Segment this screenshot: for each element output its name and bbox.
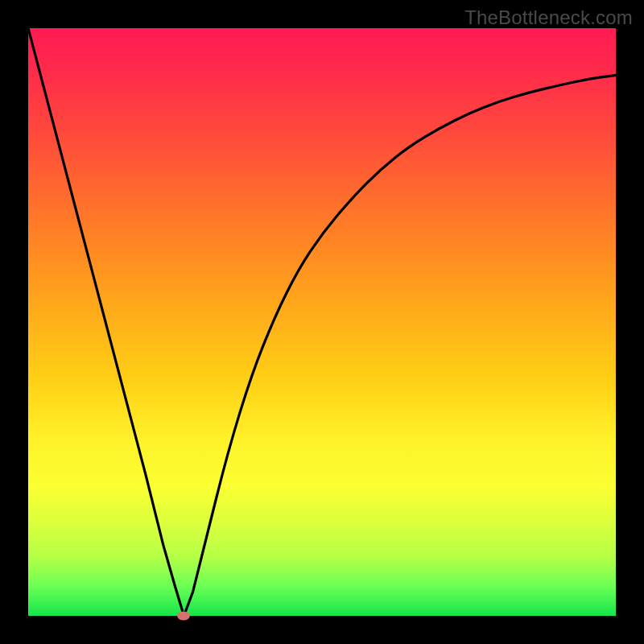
minimum-marker [177, 612, 190, 621]
bottleneck-curve [28, 28, 616, 616]
watermark-text: TheBottleneck.com [464, 6, 633, 29]
plot-area [28, 28, 616, 616]
chart-frame: TheBottleneck.com [0, 0, 644, 644]
